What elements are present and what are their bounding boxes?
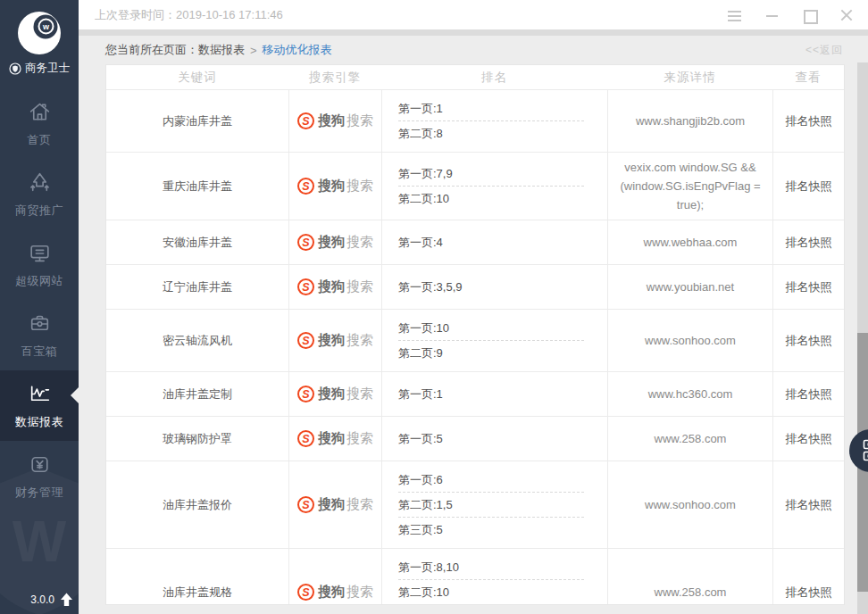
snapshot-link[interactable]: 排名快照 <box>786 113 832 129</box>
qr-code-icon <box>863 439 868 462</box>
cell-view: 排名快照 <box>772 153 844 220</box>
header-source: 来源详情 <box>607 70 772 86</box>
cell-source: www.258.com <box>607 417 772 460</box>
selected-notch-icon <box>71 387 79 403</box>
sidebar-item-data-report[interactable]: 数据报表 <box>0 370 79 441</box>
cell-view: 排名快照 <box>772 372 844 416</box>
sidebar-item-label: 超级网站 <box>15 273 63 289</box>
svg-text:W: W <box>13 510 67 574</box>
titlebar: 上次登录时间：2019-10-16 17:11:46 <box>79 0 868 29</box>
engine-name: 搜狗 <box>318 584 345 601</box>
sidebar-item-finance[interactable]: 财务管理 <box>0 441 79 511</box>
brand-row: 商务卫士 <box>0 61 79 76</box>
table-row: 玻璃钢防护罩 S 搜狗 搜索 第一页:5 www.258.com 排名快照 <box>106 416 844 460</box>
cell-keyword: 密云轴流风机 <box>106 310 288 371</box>
cell-source: www.sonhoo.com <box>607 310 772 371</box>
cell-engine: S 搜狗 搜索 <box>288 461 381 548</box>
cell-keyword: 油库井盖规格 <box>106 549 288 605</box>
table-row: 重庆油库井盖 S 搜狗 搜索 第一页:7,9第二页:10 vexix.com w… <box>106 152 844 220</box>
engine-name: 搜狗 <box>318 430 345 447</box>
rank-line: 第一页:1 <box>398 382 584 406</box>
header-engine: 搜索引擎 <box>288 70 381 86</box>
cell-rank: 第一页:7,9第二页:10 <box>381 153 607 220</box>
snapshot-link[interactable]: 排名快照 <box>786 279 832 295</box>
cell-keyword: 安徽油库井盖 <box>106 220 288 264</box>
snapshot-link[interactable]: 排名快照 <box>786 497 832 513</box>
snapshot-link[interactable]: 排名快照 <box>786 178 832 195</box>
snapshot-link[interactable]: 排名快照 <box>786 386 832 402</box>
snapshot-link[interactable]: 排名快照 <box>786 431 832 447</box>
version-label: 3.0.0 <box>30 593 54 606</box>
cell-keyword: 油库井盖定制 <box>106 372 288 416</box>
engine-name: 搜狗 <box>318 278 345 295</box>
table-row: 油库井盖报价 S 搜狗 搜索 第一页:6第二页:1,5第三页:5 www.son… <box>106 460 844 548</box>
sidebar-item-trade-promotion[interactable]: 商贸推广 <box>0 159 79 229</box>
rank-line: 第一页:8,10 <box>398 555 584 579</box>
cell-engine: S 搜狗 搜索 <box>288 549 381 605</box>
window-controls <box>728 9 854 21</box>
cell-source: www.hc360.com <box>607 372 772 416</box>
snapshot-link[interactable]: 排名快照 <box>786 585 832 601</box>
header-rank: 排名 <box>381 70 607 86</box>
cell-view: 排名快照 <box>772 461 844 548</box>
home-icon <box>27 99 53 125</box>
cell-source: www.youbian.net <box>607 265 772 309</box>
engine-suffix: 搜索 <box>346 278 373 295</box>
close-icon[interactable] <box>840 9 854 21</box>
cell-keyword: 玻璃钢防护罩 <box>106 417 288 460</box>
finance-icon <box>27 452 53 477</box>
table-body: 内蒙油库井盖 S 搜狗 搜索 第一页:1第二页:8 www.shangjib2b… <box>106 90 844 605</box>
last-login-text: 上次登录时间：2019-10-16 17:11:46 <box>95 7 283 23</box>
rank-line: 第二页:1,5 <box>398 492 584 517</box>
rank-line: 第一页:5 <box>398 427 584 451</box>
sogou-icon: S <box>297 234 314 251</box>
cell-engine: S 搜狗 搜索 <box>288 90 381 152</box>
table-row: 密云轴流风机 S 搜狗 搜索 第一页:10第二页:9 www.sonhoo.co… <box>106 309 844 371</box>
engine-suffix: 搜索 <box>346 332 373 349</box>
engine-name: 搜狗 <box>318 386 345 402</box>
cell-engine: S 搜狗 搜索 <box>288 153 381 220</box>
cell-view: 排名快照 <box>772 417 844 460</box>
super-website-icon <box>27 240 53 266</box>
breadcrumb: 您当前所在页面：数据报表 > 移动优化报表 <<返回 <box>79 36 868 64</box>
content-area: 您当前所在页面：数据报表 > 移动优化报表 <<返回 关键词 搜索引擎 排名 来… <box>79 36 868 614</box>
snapshot-link[interactable]: 排名快照 <box>786 333 832 349</box>
app-window: w 商务卫士 首页 <box>0 0 868 614</box>
sogou-icon: S <box>297 178 314 195</box>
rank-line: 第一页:4 <box>398 230 584 254</box>
update-arrow-icon[interactable] <box>60 593 73 607</box>
cell-rank: 第一页:8,10第二页:10第三页:9 <box>381 549 607 605</box>
engine-wrap: S 搜狗 搜索 <box>297 496 373 513</box>
qr-fab-button[interactable] <box>849 429 868 472</box>
cell-source: www.webhaa.com <box>607 220 772 264</box>
shield-badge-icon <box>9 62 21 75</box>
back-link[interactable]: <<返回 <box>805 43 843 58</box>
minimize-icon[interactable] <box>765 9 779 21</box>
breadcrumb-current-link[interactable]: 移动优化报表 <box>263 42 332 58</box>
engine-name: 搜狗 <box>318 496 345 513</box>
sogou-icon: S <box>297 496 314 513</box>
vertical-scrollbar <box>857 62 868 614</box>
sogou-icon: S <box>297 278 314 295</box>
sidebar-item-label: 数据报表 <box>15 414 63 430</box>
sidebar-item-super-website[interactable]: 超级网站 <box>0 229 79 300</box>
menu-icon[interactable] <box>728 9 741 21</box>
cell-view: 排名快照 <box>772 549 844 605</box>
sidebar-item-home[interactable]: 首页 <box>0 88 79 159</box>
table-header: 关键词 搜索引擎 排名 来源详情 查看 <box>106 65 844 90</box>
cell-rank: 第一页:1 <box>381 372 607 416</box>
cell-rank: 第一页:1第二页:8 <box>381 90 607 152</box>
snapshot-link[interactable]: 排名快照 <box>786 235 832 251</box>
sidebar-nav: 首页 商贸推广 超级网站 <box>0 88 79 511</box>
maximize-icon[interactable] <box>803 9 816 21</box>
engine-name: 搜狗 <box>318 178 345 195</box>
trade-promotion-icon <box>27 170 53 195</box>
cell-rank: 第一页:4 <box>381 220 607 264</box>
rank-line: 第二页:8 <box>398 120 584 145</box>
table-row: 安徽油库井盖 S 搜狗 搜索 第一页:4 www.webhaa.com 排名快照 <box>106 220 844 264</box>
sidebar-item-toolbox[interactable]: 百宝箱 <box>0 300 79 370</box>
engine-wrap: S 搜狗 搜索 <box>297 278 373 295</box>
engine-suffix: 搜索 <box>346 430 373 447</box>
titlebar-divider <box>79 29 868 36</box>
rank-line: 第二页:10 <box>398 579 584 604</box>
